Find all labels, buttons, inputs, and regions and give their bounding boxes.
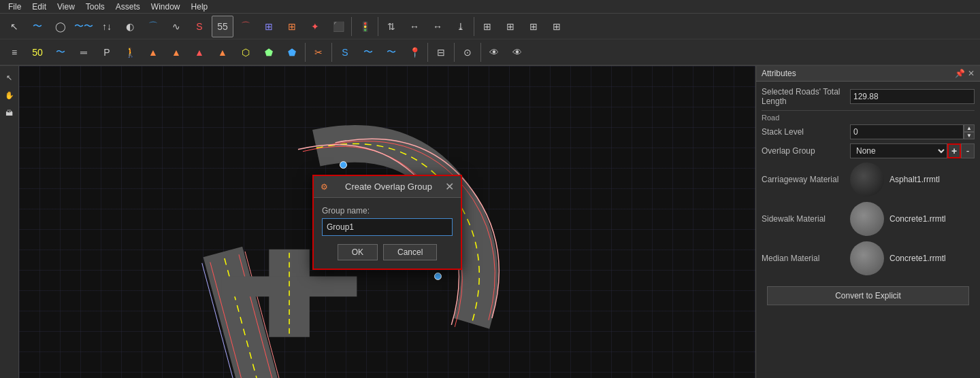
tb2-20[interactable]: ⊙ — [457, 41, 478, 63]
dialog-close-button[interactable]: ✕ — [445, 180, 454, 193]
road-tool-17[interactable]: ↔ — [404, 16, 425, 37]
overlap-group-select[interactable]: None — [850, 143, 947, 158]
tb2-19[interactable]: ⊟ — [430, 41, 452, 63]
road-tool-13[interactable]: ✦ — [304, 16, 326, 37]
road-tool-4[interactable]: ↑↓ — [96, 16, 118, 37]
tb2-17[interactable]: 〜 — [380, 41, 402, 63]
carriageway-material-name: Asphalt1.rrmtl — [889, 175, 940, 184]
tb2-8[interactable]: ▲ — [165, 41, 187, 63]
main-area: ↖ ✋ 🏔 — [0, 66, 980, 378]
tb2-18[interactable]: 📍 — [404, 41, 425, 63]
tb2-13[interactable]: ⬟ — [281, 41, 303, 63]
dialog-title-bar: ⚙ Create Overlap Group ✕ — [314, 176, 461, 198]
attributes-body: Selected Roads' Total Length Road Stack … — [756, 82, 980, 316]
lt-select[interactable]: ↖ — [1, 69, 18, 86]
tb2-9[interactable]: ▲ — [189, 41, 210, 63]
road-tool-7[interactable]: ∿ — [165, 16, 187, 37]
toolbar-row-2: ≡ 50 〜 ═ P 🚶 ▲ ▲ ▲ ▲ ⬡ ⬟ ⬟ ✂ S 〜 〜 📍 ⊟ ⊙… — [0, 39, 980, 65]
road-tool-18[interactable]: ↔ — [427, 16, 448, 37]
sidewalk-material-label: Sidewalk Material — [762, 214, 850, 224]
stack-down-arrow[interactable]: ▼ — [964, 132, 975, 139]
road-tool-2[interactable]: ◯ — [50, 16, 71, 37]
tb2-12[interactable]: ⬟ — [258, 41, 280, 63]
menu-window[interactable]: Window — [146, 1, 186, 13]
median-material-thumb[interactable] — [850, 241, 884, 275]
road-tool-21[interactable]: ⊞ — [500, 16, 521, 37]
stack-level-input[interactable] — [850, 124, 964, 139]
median-material-label: Median Material — [762, 254, 850, 263]
tb2-3[interactable]: 〜 — [50, 41, 71, 63]
lt-pan[interactable]: ✋ — [1, 87, 18, 103]
median-material-name: Concrete1.rrmtl — [889, 254, 946, 263]
sidewalk-material-thumb[interactable] — [850, 202, 884, 236]
attributes-pin-button[interactable]: 📌 — [955, 69, 965, 78]
tb2-22[interactable]: 👁 — [506, 41, 528, 63]
carriageway-material-row: Carriageway Material Asphalt1.rrmtl — [762, 162, 975, 196]
tb2-1[interactable]: ≡ — [3, 41, 25, 63]
select-tool[interactable]: ↖ — [3, 16, 25, 37]
left-toolbar: ↖ ✋ 🏔 — [0, 66, 19, 378]
tb2-7[interactable]: ▲ — [142, 41, 164, 63]
menu-edit[interactable]: Edit — [27, 1, 52, 13]
dialog-cancel-button[interactable]: Cancel — [383, 244, 437, 260]
dialog-ok-button[interactable]: OK — [338, 244, 378, 260]
menu-view[interactable]: View — [52, 1, 80, 13]
overlap-minus-button[interactable]: - — [961, 143, 975, 158]
attributes-close-button[interactable]: ✕ — [968, 69, 975, 78]
stack-level-row: Stack Level ▲ ▼ — [762, 124, 975, 139]
menu-tools[interactable]: Tools — [80, 1, 110, 13]
attributes-title: Attributes — [762, 69, 796, 78]
overlap-plus-button[interactable]: + — [947, 143, 961, 158]
road-tool-19[interactable]: ⤓ — [450, 16, 472, 37]
road-tool-6[interactable]: ⌒ — [142, 16, 164, 37]
road-tool-23[interactable]: ⊞ — [546, 16, 568, 37]
stack-level-label: Stack Level — [762, 127, 850, 137]
dialog-buttons: OK Cancel — [322, 244, 453, 260]
sep-4 — [305, 43, 306, 62]
road-tool-15[interactable]: 🚦 — [354, 16, 376, 37]
tb2-21[interactable]: 👁 — [483, 41, 505, 63]
road-tool-16[interactable]: ⇅ — [380, 16, 402, 37]
road-tool-3[interactable]: 〜〜 — [73, 16, 95, 37]
road-tool-14[interactable]: ⬛ — [327, 16, 349, 37]
menubar: File Edit View Tools Assets Window Help — [0, 0, 980, 14]
carriageway-material-label: Carriageway Material — [762, 175, 850, 184]
carriageway-material-thumb[interactable] — [850, 162, 884, 196]
tb2-2[interactable]: 50 — [27, 41, 48, 63]
road-tool-8[interactable]: S — [189, 16, 210, 37]
stack-up-arrow[interactable]: ▲ — [964, 124, 975, 132]
dialog-icon: ⚙ — [321, 182, 328, 192]
tb2-4[interactable]: ═ — [73, 41, 95, 63]
sep-7 — [454, 43, 455, 62]
road-tool-20[interactable]: ⊞ — [476, 16, 498, 37]
menu-file[interactable]: File — [3, 1, 27, 13]
attributes-panel: Attributes 📌 ✕ Selected Roads' Total Len… — [755, 66, 980, 378]
canvas[interactable]: ⚙ Create Overlap Group ✕ Group name: OK … — [19, 66, 755, 378]
tb2-16[interactable]: 〜 — [357, 41, 379, 63]
lt-zoom[interactable]: 🏔 — [1, 105, 18, 121]
group-name-input[interactable] — [322, 218, 453, 236]
tb2-11[interactable]: ⬡ — [235, 41, 257, 63]
total-length-input[interactable] — [850, 89, 975, 104]
road-tool-12[interactable]: ⊞ — [281, 16, 303, 37]
menu-help[interactable]: Help — [186, 1, 214, 13]
road-tool-9[interactable]: 55 — [212, 16, 233, 37]
dialog-title-text: Create Overlap Group — [345, 182, 432, 192]
tb2-14[interactable]: ✂ — [308, 41, 329, 63]
sep-1 — [351, 17, 352, 36]
menu-assets[interactable]: Assets — [110, 1, 146, 13]
road-tool-1[interactable]: 〜 — [27, 16, 48, 37]
median-material-row: Median Material Concrete1.rrmtl — [762, 241, 975, 275]
sep-3 — [474, 17, 474, 36]
road-tool-10[interactable]: ⌒ — [235, 16, 257, 37]
tb2-5[interactable]: P — [96, 41, 118, 63]
road-tool-5[interactable]: ◐ — [119, 16, 141, 37]
road-tool-11[interactable]: ⊞ — [258, 16, 280, 37]
tb2-6[interactable]: 🚶 — [119, 41, 141, 63]
road-tool-22[interactable]: ⊞ — [523, 16, 544, 37]
tb2-10[interactable]: ▲ — [212, 41, 233, 63]
overlap-group-label: Overlap Group — [762, 146, 850, 156]
tb2-15[interactable]: S — [334, 41, 356, 63]
sidewalk-material-row: Sidewalk Material Concrete1.rrmtl — [762, 202, 975, 236]
convert-to-explicit-button[interactable]: Convert to Explicit — [767, 286, 969, 305]
